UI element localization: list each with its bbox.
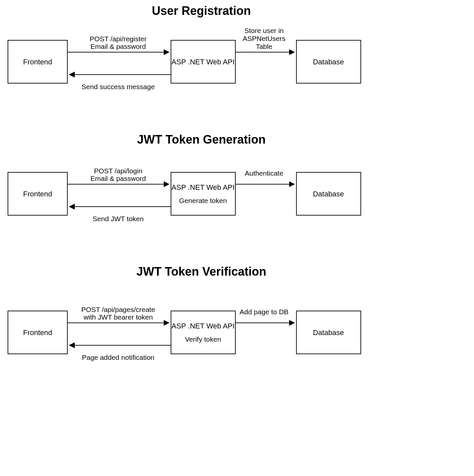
frontend-label: Frontend [23, 190, 52, 198]
section-title-registration: User Registration [152, 4, 251, 17]
resp-text: Send JWT token [93, 215, 144, 222]
db-label: Database [313, 190, 344, 198]
db-msg-line2: ASPNetUsers [243, 35, 286, 42]
req-line1: POST /api/pages/create [81, 306, 155, 313]
api-label: ASP .NET Web API [172, 322, 235, 330]
req-line2: Email & password [90, 175, 146, 182]
resp-text: Page added notification [82, 354, 154, 361]
section-title-jwt-verify: JWT Token Verification [136, 265, 266, 278]
db-msg-line1: Store user in [244, 27, 284, 34]
diagram-root: User Registration Frontend ASP .NET Web … [0, 0, 474, 476]
api-label: ASP .NET Web API [172, 183, 235, 191]
db-msg-line1: Authenticate [245, 169, 284, 177]
api-box [171, 172, 235, 215]
db-label: Database [313, 328, 344, 337]
db-msg-line3: Table [256, 43, 272, 50]
db-msg-line1: Add page to DB [240, 308, 288, 316]
req-line1: POST /api/login [94, 167, 143, 175]
api-sub-label: Verify token [185, 335, 221, 343]
req-line2: Email & password [90, 43, 146, 50]
api-label: ASP .NET Web API [172, 58, 235, 66]
section-title-jwt-gen: JWT Token Generation [137, 133, 265, 146]
api-box [171, 311, 235, 354]
req-line2: with JWT bearer token [83, 313, 153, 321]
api-sub-label: Generate token [179, 197, 227, 204]
frontend-label: Frontend [23, 58, 52, 66]
db-label: Database [313, 58, 344, 66]
req-line1: POST /api/register [90, 35, 147, 43]
resp-text: Send success message [82, 83, 155, 90]
frontend-label: Frontend [23, 328, 52, 337]
